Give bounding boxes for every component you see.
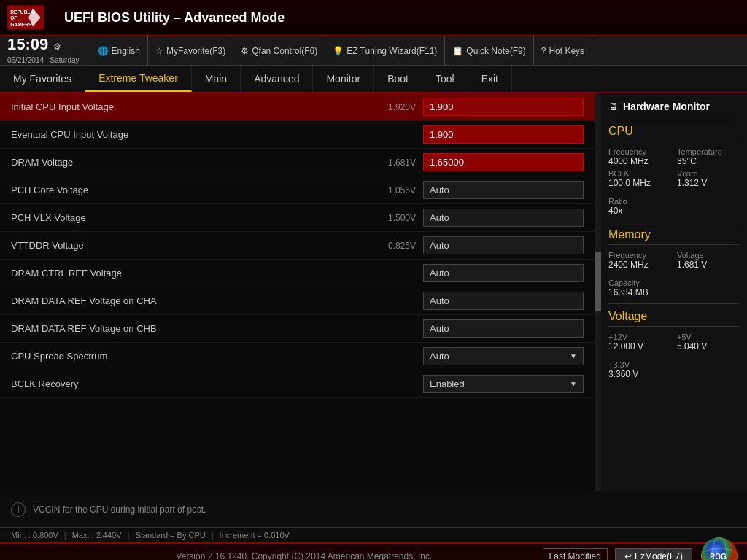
value-eventual-cpu-input[interactable]: 1.900 xyxy=(423,125,584,144)
quick-note-btn[interactable]: 📋 Quick Note(F9) xyxy=(445,36,533,66)
scrollbar[interactable] xyxy=(595,93,601,491)
v12-cell: +12V 12.000 V xyxy=(608,332,671,351)
row-dram-data-ref-chb[interactable]: DRAM DATA REF Voltage on CHB Auto xyxy=(0,315,595,343)
value-bclk-recovery[interactable]: Enabled xyxy=(423,375,584,393)
value-box-eventual-cpu[interactable]: 1.900 xyxy=(423,125,584,144)
memory-section: Memory Frequency 2400 MHz Voltage 1.681 … xyxy=(608,228,740,298)
value-cpu-spread-spectrum[interactable]: Auto xyxy=(423,347,584,365)
nav-my-favorites[interactable]: My Favorites xyxy=(0,66,85,92)
row-dram-data-ref-cha[interactable]: DRAM DATA REF Voltage on CHA Auto xyxy=(0,287,595,315)
v12-label: +12V xyxy=(608,332,671,341)
row-bclk-recovery[interactable]: BCLK Recovery Enabled xyxy=(0,370,595,398)
hotkeys-icon: ? xyxy=(541,46,546,56)
mem-freq-label: Frequency xyxy=(608,251,671,260)
row-dram-ctrl-ref-voltage[interactable]: DRAM CTRL REF Voltage Auto xyxy=(0,260,595,287)
divider-memory-voltage xyxy=(608,303,740,304)
qfan-control-btn[interactable]: ⚙ Qfan Control(F6) xyxy=(233,36,325,66)
mem-capacity-label: Capacity xyxy=(608,279,740,287)
mem-freq-value: 2400 MHz xyxy=(608,260,671,270)
nav-advanced[interactable]: Advanced xyxy=(241,66,313,92)
mem-capacity-value: 16384 MB xyxy=(608,287,740,298)
footer-standard: Standard = By CPU xyxy=(135,531,205,540)
nav-boot[interactable]: Boot xyxy=(374,66,422,92)
nav-main[interactable]: Main xyxy=(192,66,241,92)
row-dram-voltage[interactable]: DRAM Voltage 1.681V 1.65000 xyxy=(0,149,595,176)
value-box-pch-vlx[interactable]: Auto xyxy=(423,209,584,227)
nav-extreme-tweaker[interactable]: Extreme Tweaker xyxy=(85,66,192,92)
rog-logo-icon: REPUBLIC OF GAMERS xyxy=(7,3,44,32)
cpu-temp-cell: Temperature 35°C xyxy=(677,147,740,166)
language-selector[interactable]: 🌐 English xyxy=(90,36,148,66)
v5-label: +5V xyxy=(677,332,740,341)
cpu-vcore-cell: Vcore 1.312 V xyxy=(677,169,740,188)
cpu-frequency-label-cell: Frequency 4000 MHz xyxy=(608,147,671,166)
ez-tuning-btn[interactable]: 💡 EZ Tuning Wizard(F11) xyxy=(325,36,445,66)
value-pch-core-voltage[interactable]: Auto xyxy=(423,181,584,199)
my-favorite-btn[interactable]: ☆ MyFavorite(F3) xyxy=(148,36,233,66)
info-text: VCCIN for the CPU during initial part of… xyxy=(33,505,206,515)
row-pch-vlx-voltage[interactable]: PCH VLX Voltage 1.500V Auto xyxy=(0,204,595,232)
mem-voltage-label: Voltage xyxy=(677,251,740,260)
note-icon: 📋 xyxy=(452,46,463,56)
value-dram-data-cha[interactable]: Auto xyxy=(423,292,584,310)
value-box-pch-core[interactable]: Auto xyxy=(423,181,584,199)
v33-label: +3.3V xyxy=(608,360,740,369)
divider-cpu-memory xyxy=(608,222,740,222)
cpu-bclk-label: BCLK xyxy=(608,169,671,178)
info-bar: i VCCIN for the CPU during initial part … xyxy=(0,491,747,527)
v33-cell: +3.3V 3.360 V xyxy=(608,360,740,379)
row-cpu-spread-spectrum[interactable]: CPU Spread Spectrum Auto xyxy=(0,343,595,370)
cpu-freq-value: 4000 MHz xyxy=(608,156,671,166)
nav-monitor[interactable]: Monitor xyxy=(313,66,374,92)
top-bar: 15:09 ⚙ 06/21/2014 Saturday 🌐 English ☆ … xyxy=(0,36,747,66)
value-vttddr-voltage[interactable]: Auto xyxy=(423,236,584,254)
cpu-temp-value: 35°C xyxy=(677,156,740,166)
value-initial-cpu-input[interactable]: 1.900 xyxy=(423,98,584,116)
hardware-monitor-panel: 🖥 Hardware Monitor CPU Frequency 4000 MH… xyxy=(601,93,747,491)
value-box-dram-chb[interactable]: Auto xyxy=(423,319,584,338)
cpu-bclk-value: 100.0 MHz xyxy=(608,178,671,188)
footer-increment: Increment = 0.010V xyxy=(220,531,290,540)
value-box-dram-ctrl[interactable]: Auto xyxy=(423,264,584,282)
dropdown-bclk-recovery[interactable]: Enabled xyxy=(423,375,584,393)
bottom-bar: Version 2.16.1240. Copyright (C) 2014 Am… xyxy=(0,542,747,560)
last-modified-btn[interactable]: Last Modified xyxy=(543,548,608,561)
language-icon: 🌐 xyxy=(98,46,109,56)
ez-mode-button[interactable]: ↩ EzMode(F7) xyxy=(615,548,692,561)
bios-settings-panel: Initial CPU Input Voltage 1.920V 1.900 E… xyxy=(0,93,595,491)
main-content: Initial CPU Input Voltage 1.920V 1.900 E… xyxy=(0,93,747,491)
bios-title: UEFI BIOS Utility – Advanced Mode xyxy=(64,10,285,26)
value-box-dram-cha[interactable]: Auto xyxy=(423,292,584,310)
nav-exit[interactable]: Exit xyxy=(468,66,512,92)
tuning-icon: 💡 xyxy=(333,46,344,56)
footer-sep3: | xyxy=(212,531,214,540)
row-initial-cpu-input-voltage[interactable]: Initial CPU Input Voltage 1.920V 1.900 xyxy=(0,93,595,121)
value-box-dram[interactable]: 1.65000 xyxy=(423,153,584,171)
cpu-bclk-cell: BCLK 100.0 MHz xyxy=(608,169,671,188)
nav-tool[interactable]: Tool xyxy=(422,66,468,92)
value-dram-ctrl-ref[interactable]: Auto xyxy=(423,264,584,282)
settings-icon[interactable]: ⚙ xyxy=(53,42,61,52)
value-box-initial-cpu[interactable]: 1.900 xyxy=(423,98,584,116)
cpu-freq-label: Frequency xyxy=(608,147,671,156)
scrollbar-thumb[interactable] xyxy=(595,252,601,311)
row-vttddr-voltage[interactable]: VTTDDR Voltage 0.825V Auto xyxy=(0,232,595,260)
row-eventual-cpu-input-voltage[interactable]: Eventual CPU Input Voltage 1.900 xyxy=(0,121,595,149)
datetime-display: 15:09 ⚙ 06/21/2014 Saturday xyxy=(7,36,80,66)
rog-sphere-icon: ROG xyxy=(700,536,740,560)
value-dram-data-chb[interactable]: Auto xyxy=(423,319,584,338)
v33-value: 3.360 V xyxy=(608,369,740,379)
dropdown-cpu-spread[interactable]: Auto xyxy=(423,347,584,365)
cpu-vcore-label: Vcore xyxy=(677,169,740,178)
hw-monitor-title: Hardware Monitor xyxy=(623,101,710,112)
cpu-temp-label: Temperature xyxy=(677,147,740,156)
date-display: 06/21/2014 xyxy=(7,56,44,64)
favorite-icon: ☆ xyxy=(155,46,163,56)
value-pch-vlx-voltage[interactable]: Auto xyxy=(423,209,584,227)
cpu-vcore-value: 1.312 V xyxy=(677,178,740,188)
svg-text:OF: OF xyxy=(10,15,17,20)
value-dram-voltage[interactable]: 1.65000 xyxy=(423,153,584,171)
value-box-vttddr[interactable]: Auto xyxy=(423,236,584,254)
row-pch-core-voltage[interactable]: PCH Core Voltage 1.056V Auto xyxy=(0,176,595,204)
hot-keys-btn[interactable]: ? Hot Keys xyxy=(534,36,592,66)
